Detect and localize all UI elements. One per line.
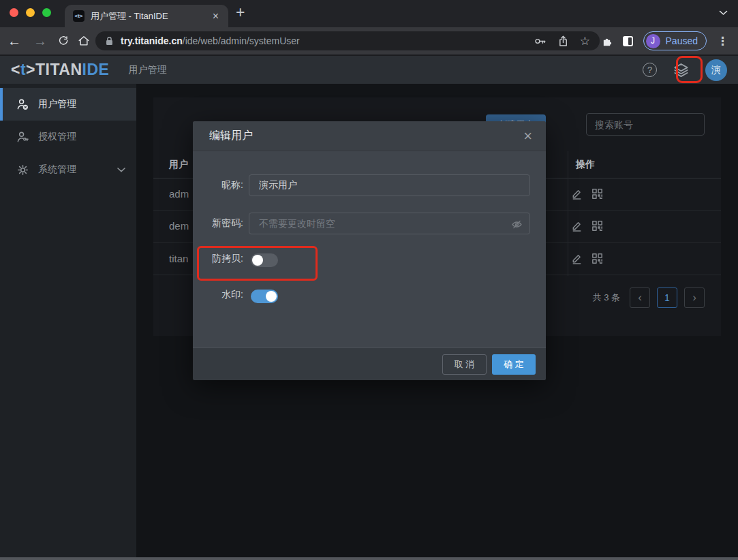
pagination-page-1[interactable]: 1 bbox=[657, 287, 677, 308]
profile-status: Paused bbox=[666, 35, 698, 46]
back-icon: ← bbox=[7, 33, 21, 49]
pagination-prev-button[interactable]: ‹ bbox=[630, 287, 650, 308]
url-text: try.titanide.cn/ide/web/admin/systemUser bbox=[121, 35, 300, 46]
refresh-button[interactable] bbox=[53, 27, 74, 55]
browser-tab-strip: <t> 用户管理 - TitanIDE × + bbox=[0, 0, 738, 27]
nickname-label: 昵称: bbox=[193, 174, 243, 196]
toolbar-right: J Paused ⋮ bbox=[601, 31, 728, 50]
new-tab-button[interactable]: + bbox=[236, 3, 245, 22]
user-key-icon bbox=[16, 131, 29, 144]
watermark-label: 水印: bbox=[193, 287, 243, 303]
back-button[interactable]: ← bbox=[4, 27, 25, 55]
screen: <t> 用户管理 - TitanIDE × + ← → try.titanide… bbox=[0, 0, 738, 560]
browser-toolbar: ← → try.titanide.cn/ide/web/admin/system… bbox=[0, 27, 738, 56]
minimize-window-button[interactable] bbox=[26, 8, 35, 17]
app-header: <t>TITANIDE 用户管理 ? 演 bbox=[0, 56, 738, 84]
tab-title: 用户管理 - TitanIDE bbox=[91, 10, 211, 22]
eye-off-icon[interactable] bbox=[511, 219, 523, 230]
column-header-actions: 操作 bbox=[576, 159, 595, 171]
window-bottom-edge bbox=[0, 557, 738, 560]
nickname-row: 昵称: bbox=[193, 174, 546, 196]
close-window-button[interactable] bbox=[10, 8, 18, 17]
logo-t: t bbox=[20, 61, 26, 78]
row-actions bbox=[570, 219, 604, 232]
annotation-box-layers-icon bbox=[676, 56, 703, 83]
logo-bracket-right: > bbox=[26, 61, 35, 78]
edit-icon[interactable] bbox=[570, 219, 583, 232]
pagination-next-button[interactable]: › bbox=[684, 287, 705, 308]
side-panel-icon[interactable] bbox=[623, 36, 633, 46]
edit-icon[interactable] bbox=[570, 187, 583, 200]
url-domain: try.titanide.cn bbox=[121, 35, 183, 46]
search-box bbox=[586, 113, 705, 136]
password-field-wrap bbox=[249, 213, 530, 234]
zoom-window-button[interactable] bbox=[42, 8, 51, 17]
close-icon[interactable]: × bbox=[523, 129, 532, 144]
password-field[interactable] bbox=[249, 213, 529, 234]
sidebar-item-users[interactable]: 用户管理 bbox=[0, 88, 136, 121]
pagination-total: 共 3 条 bbox=[593, 292, 620, 304]
forward-icon: → bbox=[33, 33, 47, 49]
forward-button[interactable]: → bbox=[30, 27, 50, 55]
refresh-icon bbox=[58, 35, 70, 47]
cell-username: titan bbox=[169, 253, 188, 264]
password-label: 新密码: bbox=[193, 213, 243, 234]
qrcode-icon[interactable] bbox=[591, 252, 604, 265]
browser-menu-icon[interactable]: ⋮ bbox=[717, 34, 728, 48]
tab-favicon-icon: <t> bbox=[73, 10, 84, 22]
home-button[interactable] bbox=[74, 27, 94, 55]
address-bar[interactable]: try.titanide.cn/ide/web/admin/systemUser… bbox=[95, 31, 600, 50]
dialog-footer: 取 消 确 定 bbox=[193, 347, 546, 380]
toggle-knob bbox=[266, 291, 277, 302]
share-icon[interactable] bbox=[558, 35, 568, 47]
qrcode-icon[interactable] bbox=[591, 187, 604, 200]
search-input[interactable] bbox=[587, 114, 704, 135]
logo-titan: TITAN bbox=[35, 61, 82, 78]
lock-icon[interactable] bbox=[105, 36, 114, 46]
confirm-button[interactable]: 确 定 bbox=[492, 354, 536, 375]
logo-ide: IDE bbox=[82, 61, 110, 78]
sidebar: 用户管理 授权管理 系统管理 bbox=[0, 84, 136, 557]
sidebar-item-system[interactable]: 系统管理 bbox=[0, 153, 136, 186]
password-key-icon[interactable] bbox=[534, 36, 547, 46]
nickname-field[interactable] bbox=[249, 175, 529, 196]
row-actions bbox=[570, 252, 604, 265]
tab-search-chevron-icon[interactable] bbox=[719, 10, 728, 16]
sidebar-item-label: 用户管理 bbox=[38, 98, 76, 110]
cell-username: adm bbox=[169, 188, 189, 200]
gear-icon bbox=[16, 164, 29, 176]
sidebar-item-label: 授权管理 bbox=[38, 131, 76, 143]
cancel-button[interactable]: 取 消 bbox=[442, 354, 487, 375]
tab-close-icon[interactable]: × bbox=[211, 11, 220, 22]
password-row: 新密码: bbox=[193, 213, 546, 234]
titanide-logo: <t>TITANIDE bbox=[11, 61, 109, 79]
profile-avatar: J bbox=[646, 34, 660, 48]
cell-username: dem bbox=[169, 220, 189, 232]
sidebar-item-label: 系统管理 bbox=[38, 164, 76, 176]
column-header-user: 用户 bbox=[169, 159, 188, 171]
edit-icon[interactable] bbox=[570, 252, 583, 265]
dialog-header: 编辑用户 × bbox=[193, 121, 546, 151]
watermark-toggle[interactable] bbox=[251, 290, 278, 303]
bookmark-star-icon[interactable]: ☆ bbox=[580, 34, 590, 48]
qrcode-icon[interactable] bbox=[591, 219, 604, 232]
sidebar-item-authorization[interactable]: 授权管理 bbox=[0, 121, 136, 153]
window-controls bbox=[10, 8, 51, 17]
help-icon[interactable]: ? bbox=[643, 63, 657, 77]
home-icon bbox=[78, 35, 90, 47]
dialog-title: 编辑用户 bbox=[209, 129, 253, 143]
browser-tab[interactable]: <t> 用户管理 - TitanIDE × bbox=[65, 5, 228, 27]
page-title: 用户管理 bbox=[128, 64, 166, 76]
extensions-puzzle-icon[interactable] bbox=[601, 35, 613, 47]
url-path: /ide/web/admin/systemUser bbox=[183, 35, 300, 46]
annotation-box-anticopy bbox=[197, 246, 318, 281]
logo-bracket-left: < bbox=[11, 61, 20, 78]
profile-badge[interactable]: J Paused bbox=[643, 31, 707, 50]
nickname-field-wrap bbox=[249, 174, 530, 196]
pagination: 共 3 条 ‹ 1 › bbox=[593, 287, 705, 308]
watermark-row: 水印: bbox=[193, 287, 546, 306]
user-settings-icon bbox=[16, 98, 29, 111]
row-actions bbox=[570, 187, 604, 200]
user-avatar[interactable]: 演 bbox=[705, 59, 727, 81]
omnibox-icons: ☆ bbox=[534, 34, 590, 48]
